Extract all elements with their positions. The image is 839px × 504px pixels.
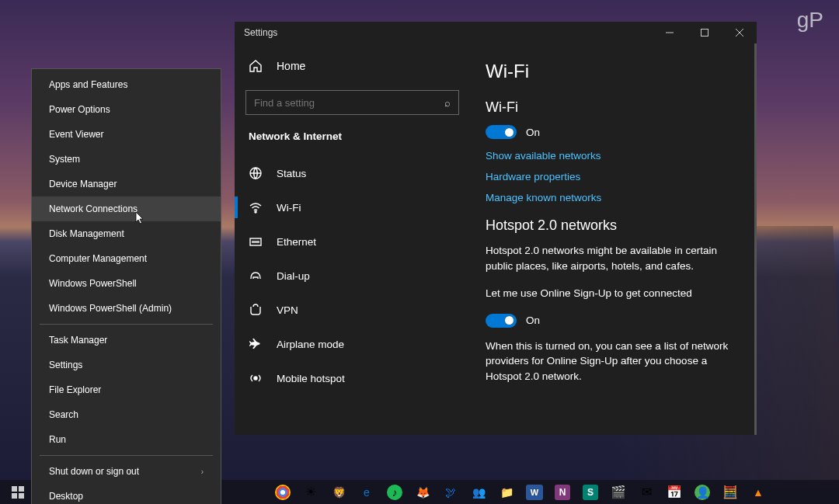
winx-item-shut-down-or-sign-out[interactable]: Shut down or sign out› (32, 459, 221, 484)
winx-item-computer-management[interactable]: Computer Management (32, 246, 221, 271)
nav-item-label: Mobile hotspot (277, 373, 345, 384)
settings-content: Wi-Fi Wi-Fi On Show available networks H… (470, 43, 757, 435)
winx-item-system[interactable]: System (32, 147, 221, 172)
ethernet-icon (249, 235, 263, 249)
vpn-app-icon[interactable]: 👤 (689, 480, 715, 504)
menu-separator (40, 324, 213, 325)
nav-item-label: Airplane mode (277, 339, 344, 350)
winx-item-label: Settings (49, 360, 82, 370)
hotspot-icon (249, 371, 263, 385)
chevron-right-icon: › (201, 468, 204, 476)
windows-icon (12, 486, 24, 499)
edge-icon[interactable]: e (353, 480, 380, 504)
nav-home[interactable]: Home (235, 51, 470, 81)
word-icon[interactable]: W (521, 480, 548, 504)
winx-item-label: Run (49, 434, 66, 445)
page-title: Wi-Fi (486, 61, 742, 82)
winx-menu: Apps and FeaturesPower OptionsEvent View… (31, 68, 221, 504)
minimize-button[interactable] (652, 22, 687, 43)
dialup-icon (249, 269, 263, 283)
wifi-icon (249, 200, 263, 214)
nav-item-mobile-hotspot[interactable]: Mobile hotspot (235, 361, 470, 395)
winx-item-label: Search (49, 409, 78, 420)
link-hardware-properties[interactable]: Hardware properties (486, 171, 742, 182)
nav-item-label: Status (277, 168, 306, 179)
winx-item-event-viewer[interactable]: Event Viewer (32, 122, 221, 147)
online-signup-description: When this is turned on, you can see a li… (486, 339, 742, 384)
settings-search[interactable]: ⌕ (245, 90, 459, 115)
winx-item-label: Apps and Features (49, 79, 127, 90)
firefox-icon[interactable]: 🦊 (409, 480, 436, 504)
winx-item-label: Disk Management (49, 228, 124, 239)
link-manage-networks[interactable]: Manage known networks (486, 192, 742, 203)
chrome-icon[interactable] (270, 480, 296, 504)
nav-item-dial-up[interactable]: Dial-up (235, 259, 470, 293)
brave-icon[interactable]: 🦁 (326, 480, 352, 504)
status-icon (249, 166, 263, 180)
winx-item-label: Windows PowerShell (49, 278, 137, 289)
winx-item-task-manager[interactable]: Task Manager (32, 328, 221, 353)
sway-icon[interactable]: S (577, 480, 604, 504)
nav-section-header: Network & Internet (235, 126, 470, 156)
online-signup-state: On (526, 315, 540, 326)
svg-point-7 (254, 377, 257, 380)
thunderbird-icon[interactable]: 🕊 (437, 480, 464, 504)
explorer-icon[interactable]: 📁 (493, 480, 520, 504)
svg-point-5 (255, 211, 256, 213)
nav-home-label: Home (277, 60, 305, 72)
winx-item-label: Windows PowerShell (Admin) (49, 303, 172, 314)
nav-item-label: Ethernet (277, 236, 316, 248)
nav-item-vpn[interactable]: VPN (235, 293, 470, 327)
hotspot-section-heading: Hotspot 2.0 networks (486, 217, 742, 234)
nav-item-wi-fi[interactable]: Wi-Fi (235, 190, 470, 224)
calendar-icon[interactable]: 📅 (661, 480, 688, 504)
onenote-icon[interactable]: N (549, 480, 576, 504)
winx-item-network-connections[interactable]: Network Connections (32, 196, 221, 221)
teams-icon[interactable]: 👥 (465, 480, 492, 504)
search-input[interactable] (254, 97, 444, 109)
nav-item-label: Wi-Fi (277, 202, 301, 214)
winx-item-label: Device Manager (49, 179, 117, 189)
svg-rect-9 (19, 486, 24, 492)
winx-item-label: Network Connections (49, 203, 138, 214)
winx-item-settings[interactable]: Settings (32, 353, 221, 377)
wifi-toggle[interactable] (486, 125, 517, 139)
nav-item-airplane-mode[interactable]: Airplane mode (235, 327, 470, 361)
online-signup-toggle[interactable] (486, 314, 517, 328)
close-button[interactable] (722, 22, 757, 43)
svg-rect-1 (701, 30, 708, 36)
link-show-networks[interactable]: Show available networks (486, 150, 742, 162)
winx-item-file-explorer[interactable]: File Explorer (32, 377, 221, 402)
menu-separator (40, 455, 213, 456)
winx-item-apps-and-features[interactable]: Apps and Features (32, 72, 221, 97)
maximize-button[interactable] (687, 22, 722, 43)
winx-item-label: Shut down or sign out (49, 466, 139, 477)
winx-item-search[interactable]: Search (32, 402, 221, 427)
winx-item-label: Desktop (49, 491, 83, 502)
nav-item-status[interactable]: Status (235, 156, 470, 190)
calculator-icon[interactable]: 🧮 (717, 480, 743, 504)
home-icon (249, 59, 263, 73)
window-title: Settings (244, 27, 277, 38)
start-button[interactable] (5, 480, 31, 504)
winx-item-disk-management[interactable]: Disk Management (32, 221, 221, 246)
winx-item-windows-powershell[interactable]: Windows PowerShell (32, 271, 221, 296)
spotify-icon[interactable]: ♪ (381, 480, 408, 504)
nav-item-ethernet[interactable]: Ethernet (235, 224, 470, 259)
airplane-icon (249, 337, 263, 351)
brightness-icon[interactable]: ☀ (298, 480, 324, 504)
mail-icon[interactable]: ✉ (633, 480, 660, 504)
winx-item-device-manager[interactable]: Device Manager (32, 172, 221, 196)
winx-item-run[interactable]: Run (32, 427, 221, 452)
nav-item-label: Dial-up (277, 270, 310, 282)
winx-item-label: System (49, 154, 80, 165)
winx-item-label: Event Viewer (49, 129, 103, 140)
winx-item-label: Task Manager (49, 335, 107, 346)
winx-item-desktop[interactable]: Desktop (32, 484, 221, 504)
winx-item-power-options[interactable]: Power Options (32, 97, 221, 122)
winx-item-windows-powershell-admin-[interactable]: Windows PowerShell (Admin) (32, 296, 221, 321)
online-signup-label: Let me use Online Sign-Up to get connect… (486, 286, 742, 301)
movies-icon[interactable]: 🎬 (605, 480, 632, 504)
vlc-icon[interactable]: ▲ (745, 480, 771, 504)
window-titlebar[interactable]: Settings (235, 22, 757, 43)
